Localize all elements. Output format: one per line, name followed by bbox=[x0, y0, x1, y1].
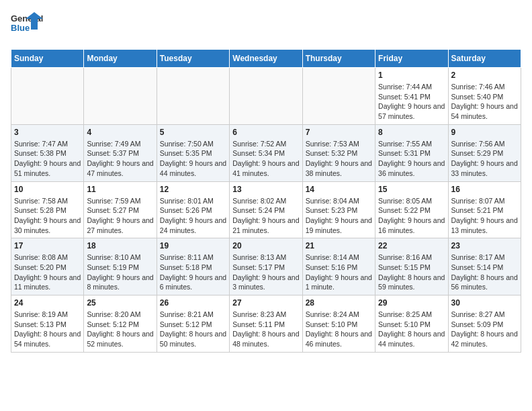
calendar-week-row: 24Sunrise: 8:19 AMSunset: 5:13 PMDayligh… bbox=[11, 295, 521, 353]
day-info: Sunrise: 8:16 AMSunset: 5:15 PMDaylight:… bbox=[378, 253, 445, 292]
day-info: Sunrise: 8:24 AMSunset: 5:10 PMDaylight:… bbox=[306, 310, 372, 349]
day-info: Sunrise: 8:01 AMSunset: 5:26 PMDaylight:… bbox=[160, 196, 226, 236]
calendar-cell: 21Sunrise: 8:14 AMSunset: 5:16 PMDayligh… bbox=[302, 238, 375, 295]
calendar-cell: 12Sunrise: 8:01 AMSunset: 5:26 PMDayligh… bbox=[157, 181, 229, 238]
day-number: 25 bbox=[87, 298, 153, 308]
day-number: 3 bbox=[14, 128, 81, 137]
calendar-cell bbox=[11, 68, 84, 125]
day-number: 23 bbox=[451, 241, 518, 250]
calendar-cell: 29Sunrise: 8:25 AMSunset: 5:10 PMDayligh… bbox=[375, 295, 448, 353]
calendar-cell: 24Sunrise: 8:19 AMSunset: 5:13 PMDayligh… bbox=[11, 295, 84, 353]
calendar-cell: 27Sunrise: 8:23 AMSunset: 5:11 PMDayligh… bbox=[230, 295, 302, 353]
day-number: 15 bbox=[378, 185, 445, 194]
day-info: Sunrise: 7:49 AMSunset: 5:37 PMDaylight:… bbox=[87, 139, 153, 179]
day-number: 26 bbox=[160, 298, 226, 308]
calendar-cell: 30Sunrise: 8:27 AMSunset: 5:09 PMDayligh… bbox=[448, 295, 521, 353]
calendar-cell: 10Sunrise: 7:58 AMSunset: 5:28 PMDayligh… bbox=[11, 181, 84, 238]
day-info: Sunrise: 8:07 AMSunset: 5:21 PMDaylight:… bbox=[451, 196, 518, 236]
day-info: Sunrise: 8:13 AMSunset: 5:17 PMDaylight:… bbox=[232, 253, 299, 292]
day-info: Sunrise: 7:52 AMSunset: 5:34 PMDaylight:… bbox=[232, 139, 299, 179]
day-info: Sunrise: 7:56 AMSunset: 5:29 PMDaylight:… bbox=[451, 139, 518, 179]
calendar-cell: 9Sunrise: 7:56 AMSunset: 5:29 PMDaylight… bbox=[448, 124, 521, 181]
calendar-cell bbox=[230, 68, 302, 125]
calendar-cell: 2Sunrise: 7:46 AMSunset: 5:40 PMDaylight… bbox=[448, 68, 521, 125]
day-number: 16 bbox=[451, 185, 518, 194]
day-number: 13 bbox=[232, 185, 299, 194]
day-info: Sunrise: 8:04 AMSunset: 5:23 PMDaylight:… bbox=[306, 196, 372, 236]
day-info: Sunrise: 8:17 AMSunset: 5:14 PMDaylight:… bbox=[451, 253, 518, 292]
day-number: 27 bbox=[232, 298, 299, 308]
calendar-cell: 3Sunrise: 7:47 AMSunset: 5:38 PMDaylight… bbox=[11, 124, 84, 181]
day-info: Sunrise: 8:05 AMSunset: 5:22 PMDaylight:… bbox=[378, 196, 445, 236]
calendar-cell: 11Sunrise: 7:59 AMSunset: 5:27 PMDayligh… bbox=[84, 181, 157, 238]
day-number: 17 bbox=[14, 241, 81, 250]
day-number: 19 bbox=[160, 241, 226, 250]
calendar-cell: 23Sunrise: 8:17 AMSunset: 5:14 PMDayligh… bbox=[448, 238, 521, 295]
day-number: 18 bbox=[87, 241, 153, 250]
weekday-header: Thursday bbox=[302, 50, 375, 68]
day-info: Sunrise: 8:23 AMSunset: 5:11 PMDaylight:… bbox=[232, 310, 299, 349]
calendar: SundayMondayTuesdayWednesdayThursdayFrid… bbox=[11, 49, 521, 353]
day-number: 20 bbox=[232, 241, 299, 250]
day-info: Sunrise: 7:59 AMSunset: 5:27 PMDaylight:… bbox=[87, 196, 153, 236]
calendar-cell: 5Sunrise: 7:50 AMSunset: 5:35 PMDaylight… bbox=[157, 124, 229, 181]
calendar-cell: 28Sunrise: 8:24 AMSunset: 5:10 PMDayligh… bbox=[302, 295, 375, 353]
day-info: Sunrise: 8:21 AMSunset: 5:12 PMDaylight:… bbox=[160, 310, 226, 349]
logo: GeneralBlue bbox=[11, 11, 44, 41]
day-number: 10 bbox=[14, 185, 81, 194]
calendar-cell: 6Sunrise: 7:52 AMSunset: 5:34 PMDaylight… bbox=[230, 124, 302, 181]
calendar-week-row: 17Sunrise: 8:08 AMSunset: 5:20 PMDayligh… bbox=[11, 238, 521, 295]
day-info: Sunrise: 8:08 AMSunset: 5:20 PMDaylight:… bbox=[14, 253, 81, 292]
weekday-header: Sunday bbox=[11, 50, 84, 68]
calendar-cell: 16Sunrise: 8:07 AMSunset: 5:21 PMDayligh… bbox=[448, 181, 521, 238]
day-info: Sunrise: 7:44 AMSunset: 5:41 PMDaylight:… bbox=[378, 82, 445, 122]
calendar-cell: 4Sunrise: 7:49 AMSunset: 5:37 PMDaylight… bbox=[84, 124, 157, 181]
calendar-cell bbox=[84, 68, 157, 125]
calendar-cell: 22Sunrise: 8:16 AMSunset: 5:15 PMDayligh… bbox=[375, 238, 448, 295]
calendar-cell: 7Sunrise: 7:53 AMSunset: 5:32 PMDaylight… bbox=[302, 124, 375, 181]
day-number: 28 bbox=[306, 298, 372, 308]
day-number: 22 bbox=[378, 241, 445, 250]
day-number: 5 bbox=[160, 128, 226, 137]
day-number: 21 bbox=[306, 241, 372, 250]
day-info: Sunrise: 8:14 AMSunset: 5:16 PMDaylight:… bbox=[306, 253, 372, 292]
day-number: 2 bbox=[451, 71, 518, 80]
weekday-header: Friday bbox=[375, 50, 448, 68]
day-info: Sunrise: 8:02 AMSunset: 5:24 PMDaylight:… bbox=[232, 196, 299, 236]
day-info: Sunrise: 8:20 AMSunset: 5:12 PMDaylight:… bbox=[87, 310, 153, 349]
day-number: 1 bbox=[378, 71, 445, 80]
day-info: Sunrise: 7:53 AMSunset: 5:32 PMDaylight:… bbox=[306, 139, 372, 179]
calendar-cell: 26Sunrise: 8:21 AMSunset: 5:12 PMDayligh… bbox=[157, 295, 229, 353]
day-info: Sunrise: 8:25 AMSunset: 5:10 PMDaylight:… bbox=[378, 310, 445, 349]
day-number: 30 bbox=[451, 298, 518, 308]
day-info: Sunrise: 7:55 AMSunset: 5:31 PMDaylight:… bbox=[378, 139, 445, 179]
header: GeneralBlue bbox=[11, 11, 521, 41]
calendar-cell bbox=[157, 68, 229, 125]
day-number: 14 bbox=[306, 185, 372, 194]
calendar-cell: 19Sunrise: 8:11 AMSunset: 5:18 PMDayligh… bbox=[157, 238, 229, 295]
day-info: Sunrise: 8:11 AMSunset: 5:18 PMDaylight:… bbox=[160, 253, 226, 292]
day-info: Sunrise: 7:50 AMSunset: 5:35 PMDaylight:… bbox=[160, 139, 226, 179]
calendar-cell: 1Sunrise: 7:44 AMSunset: 5:41 PMDaylight… bbox=[375, 68, 448, 125]
day-info: Sunrise: 8:27 AMSunset: 5:09 PMDaylight:… bbox=[451, 310, 518, 349]
weekday-header: Monday bbox=[84, 50, 157, 68]
weekday-header: Saturday bbox=[448, 50, 521, 68]
day-number: 6 bbox=[232, 128, 299, 137]
day-number: 7 bbox=[306, 128, 372, 137]
calendar-cell: 17Sunrise: 8:08 AMSunset: 5:20 PMDayligh… bbox=[11, 238, 84, 295]
calendar-week-row: 3Sunrise: 7:47 AMSunset: 5:38 PMDaylight… bbox=[11, 124, 521, 181]
svg-text:Blue: Blue bbox=[11, 23, 30, 33]
day-info: Sunrise: 7:47 AMSunset: 5:38 PMDaylight:… bbox=[14, 139, 81, 179]
calendar-cell: 25Sunrise: 8:20 AMSunset: 5:12 PMDayligh… bbox=[84, 295, 157, 353]
calendar-cell: 13Sunrise: 8:02 AMSunset: 5:24 PMDayligh… bbox=[230, 181, 302, 238]
logo-svg: GeneralBlue bbox=[11, 11, 44, 41]
calendar-cell: 14Sunrise: 8:04 AMSunset: 5:23 PMDayligh… bbox=[302, 181, 375, 238]
calendar-cell: 20Sunrise: 8:13 AMSunset: 5:17 PMDayligh… bbox=[230, 238, 302, 295]
calendar-cell: 15Sunrise: 8:05 AMSunset: 5:22 PMDayligh… bbox=[375, 181, 448, 238]
calendar-cell: 8Sunrise: 7:55 AMSunset: 5:31 PMDaylight… bbox=[375, 124, 448, 181]
day-number: 12 bbox=[160, 185, 226, 194]
calendar-cell: 18Sunrise: 8:10 AMSunset: 5:19 PMDayligh… bbox=[84, 238, 157, 295]
day-number: 9 bbox=[451, 128, 518, 137]
day-info: Sunrise: 7:58 AMSunset: 5:28 PMDaylight:… bbox=[14, 196, 81, 236]
weekday-header: Wednesday bbox=[230, 50, 302, 68]
